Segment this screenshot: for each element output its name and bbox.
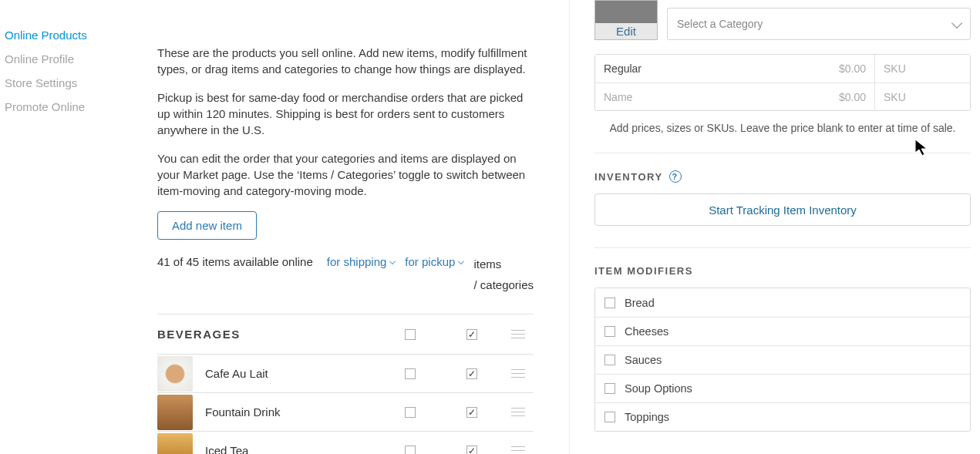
inventory-section-label: INVENTORY ? bbox=[594, 170, 971, 183]
item-shipping-checkbox[interactable] bbox=[405, 446, 416, 455]
item-image-box[interactable]: Edit bbox=[594, 0, 658, 40]
item-thumbnail bbox=[157, 433, 193, 455]
sidebar-item-online-products[interactable]: Online Products bbox=[5, 23, 137, 47]
item-pickup-checkbox[interactable] bbox=[466, 368, 477, 379]
filter-shipping-label: for shipping bbox=[327, 255, 387, 268]
filter-shipping-dropdown[interactable]: for shipping bbox=[327, 254, 396, 268]
sidebar-item-promote-online[interactable]: Promote Online bbox=[5, 95, 137, 119]
category-select[interactable]: Select a Category bbox=[667, 8, 971, 40]
category-pickup-checkbox[interactable] bbox=[466, 329, 477, 340]
modifier-row[interactable]: Cheeses bbox=[595, 317, 970, 345]
item-shipping-checkbox[interactable] bbox=[405, 407, 416, 418]
variant-name-input[interactable] bbox=[595, 83, 817, 110]
variant-sku-input[interactable] bbox=[874, 55, 970, 82]
intro-para-2: Pickup is best for same-day food or merc… bbox=[157, 89, 534, 138]
toggle-categories-label: / categories bbox=[473, 274, 534, 295]
variant-price-input[interactable] bbox=[817, 55, 874, 82]
main-column: These are the products you sell online. … bbox=[137, 0, 554, 454]
drag-handle-icon[interactable] bbox=[511, 408, 525, 417]
variant-row bbox=[595, 55, 970, 82]
modifier-checkbox[interactable] bbox=[605, 412, 615, 422]
category-shipping-checkbox[interactable] bbox=[405, 329, 416, 340]
modifier-label: Toppings bbox=[625, 411, 669, 423]
sidebar-item-online-profile[interactable]: Online Profile bbox=[5, 47, 137, 71]
modifier-label: Soup Options bbox=[625, 382, 692, 395]
modifier-label: Sauces bbox=[625, 354, 662, 366]
item-pickup-checkbox[interactable] bbox=[466, 446, 477, 455]
variant-hint: Add prices, sizes or SKUs. Leave the pri… bbox=[594, 122, 971, 134]
modifier-row[interactable]: Sauces bbox=[595, 345, 970, 374]
item-row[interactable]: Iced Tea bbox=[157, 432, 534, 454]
modifier-label: Bread bbox=[625, 297, 655, 309]
drag-handle-icon[interactable] bbox=[511, 330, 525, 339]
chevron-down-icon bbox=[389, 258, 396, 264]
toggle-items-label: items bbox=[473, 254, 534, 274]
detail-panel: Edit Select a Category Add prices, sizes… bbox=[569, 0, 980, 454]
chevron-down-icon bbox=[458, 258, 464, 264]
edit-image-button[interactable]: Edit bbox=[595, 23, 657, 39]
add-new-item-button[interactable]: Add new item bbox=[157, 211, 257, 240]
variant-name-input[interactable] bbox=[595, 55, 817, 82]
modifier-row[interactable]: Soup Options bbox=[595, 374, 970, 402]
modifier-label: Cheeses bbox=[625, 325, 668, 338]
variant-table bbox=[594, 54, 971, 111]
item-row[interactable]: Cafe Au Lait bbox=[157, 355, 534, 393]
filter-pickup-label: for pickup bbox=[405, 255, 455, 268]
variant-row bbox=[595, 82, 970, 110]
item-thumbnail bbox=[157, 356, 193, 392]
filter-row: 41 of 45 items available online for ship… bbox=[157, 254, 534, 314]
sidebar-item-store-settings[interactable]: Store Settings bbox=[5, 71, 137, 95]
category-title: BEVERAGES bbox=[157, 328, 379, 341]
category-header: BEVERAGES bbox=[157, 314, 534, 355]
modifiers-list: Bread Cheeses Sauces Soup Options Toppin… bbox=[594, 288, 971, 432]
item-name: Iced Tea bbox=[205, 444, 379, 454]
modifier-checkbox[interactable] bbox=[605, 298, 615, 308]
variant-price-input[interactable] bbox=[817, 83, 874, 110]
modifier-row[interactable]: Toppings bbox=[595, 402, 970, 431]
modifier-checkbox[interactable] bbox=[605, 326, 615, 337]
item-name: Fountain Drink bbox=[205, 405, 379, 419]
help-icon[interactable]: ? bbox=[669, 170, 682, 183]
drag-handle-icon[interactable] bbox=[511, 369, 525, 378]
modifiers-label-text: ITEM MODIFIERS bbox=[594, 265, 693, 277]
modifier-row[interactable]: Bread bbox=[595, 288, 970, 317]
modifier-checkbox[interactable] bbox=[605, 383, 615, 394]
drag-handle-icon[interactable] bbox=[511, 446, 525, 455]
item-row[interactable]: Fountain Drink bbox=[157, 393, 534, 432]
modifier-checkbox[interactable] bbox=[605, 355, 615, 365]
item-shipping-checkbox[interactable] bbox=[405, 368, 416, 379]
item-pickup-checkbox[interactable] bbox=[466, 407, 477, 418]
sidebar: Online Products Online Profile Store Set… bbox=[0, 0, 137, 454]
variant-sku-input[interactable] bbox=[874, 83, 970, 110]
category-select-placeholder: Select a Category bbox=[677, 18, 763, 30]
available-count: 41 of 45 items available online bbox=[157, 254, 313, 268]
chevron-down-icon bbox=[951, 17, 962, 28]
filter-pickup-dropdown[interactable]: for pickup bbox=[405, 254, 464, 268]
item-thumbnail bbox=[157, 395, 193, 430]
item-name: Cafe Au Lait bbox=[205, 367, 379, 380]
modifiers-section-label: ITEM MODIFIERS bbox=[594, 265, 971, 277]
start-tracking-button[interactable]: Start Tracking Item Inventory bbox=[594, 193, 971, 226]
intro-para-3: You can edit the order that your categor… bbox=[157, 150, 534, 199]
items-categories-toggle[interactable]: items / categories bbox=[473, 254, 534, 295]
intro-para-1: These are the products you sell online. … bbox=[157, 45, 534, 77]
inventory-label-text: INVENTORY bbox=[594, 171, 663, 183]
